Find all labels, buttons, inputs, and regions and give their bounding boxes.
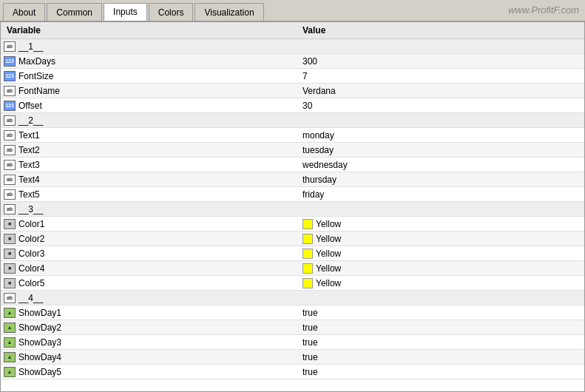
row-value-text: friday <box>302 189 324 200</box>
table-row: ab __4__ <box>1 291 584 305</box>
table-row: ■ Color2 Yellow <box>1 232 584 246</box>
row-value-text: 7 <box>302 71 308 81</box>
variable-name: ShowDay1 <box>18 308 61 318</box>
variable-name: __1__ <box>18 41 43 52</box>
row-value-text: Verdana <box>302 86 336 96</box>
row-variable: ■ Color1 <box>1 219 297 229</box>
tab-about[interactable]: About <box>3 3 45 21</box>
tab-visualization[interactable]: Visualization <box>195 3 263 21</box>
header-value: Value <box>297 25 584 36</box>
type-icon: ■ <box>4 278 16 288</box>
row-variable: 123 MaxDays <box>1 56 297 67</box>
main-content: Variable Value ab __1__ 123 MaxDays 300 … <box>0 22 585 392</box>
table-row: ■ Color4 Yellow <box>1 261 584 276</box>
type-icon: 123 <box>4 101 16 111</box>
table-row: 123 MaxDays 300 <box>1 54 584 69</box>
row-variable: ab __4__ <box>1 293 297 303</box>
variable-name: FontName <box>18 86 60 96</box>
row-variable: ab __1__ <box>1 41 297 52</box>
row-variable: ■ Color2 <box>1 234 297 244</box>
row-variable: ab Text2 <box>1 145 297 155</box>
color-value: Yellow <box>316 219 341 229</box>
row-value-text: true <box>302 322 318 333</box>
row-value: friday <box>297 189 584 200</box>
row-value: 300 <box>297 56 584 67</box>
table-row: ab Text2 tuesday <box>1 143 584 158</box>
row-variable: ■ Color3 <box>1 249 297 259</box>
color-value: Yellow <box>316 263 341 274</box>
variable-name: ShowDay3 <box>18 337 61 348</box>
variable-name: __2__ <box>18 115 43 126</box>
table-row: ab __3__ <box>1 202 584 217</box>
row-variable: ab Text5 <box>1 189 297 200</box>
row-variable: ab Text1 <box>1 130 297 141</box>
type-icon: ab <box>4 189 16 200</box>
row-value-text: 300 <box>302 56 317 67</box>
row-value-text: true <box>302 337 318 348</box>
row-value-text: tuesday <box>302 145 334 155</box>
type-icon: ■ <box>4 219 16 229</box>
row-value-text: true <box>302 352 318 362</box>
type-icon: ▲ <box>4 322 16 333</box>
table-row: ▲ ShowDay2 true <box>1 320 584 335</box>
table-row: ▲ ShowDay1 true <box>1 305 584 320</box>
type-icon: ▲ <box>4 352 16 362</box>
tab-common[interactable]: Common <box>47 3 102 21</box>
header-variable: Variable <box>1 25 297 36</box>
row-value: wednesday <box>297 160 584 170</box>
row-value: tuesday <box>297 145 584 155</box>
table-row: 123 FontSize 7 <box>1 69 584 84</box>
row-variable: ab Text4 <box>1 175 297 185</box>
row-value: true <box>297 337 584 348</box>
row-variable: ab Text3 <box>1 160 297 170</box>
table-row: ■ Color1 Yellow <box>1 217 584 232</box>
color-swatch <box>302 234 313 244</box>
row-value-text: wednesday <box>302 160 348 170</box>
type-icon: ab <box>4 204 16 214</box>
row-value: true <box>297 367 584 377</box>
color-swatch <box>302 249 313 259</box>
type-icon: ■ <box>4 234 16 244</box>
tab-colors[interactable]: Colors <box>149 3 194 21</box>
variable-name: Text5 <box>18 189 40 200</box>
row-value-text: true <box>302 367 318 377</box>
row-value-text: monday <box>302 130 334 141</box>
type-icon: ab <box>4 130 16 141</box>
table-row: ab __2__ <box>1 113 584 128</box>
row-value: Yellow <box>297 219 584 229</box>
row-value: Verdana <box>297 86 584 96</box>
type-icon: ▲ <box>4 337 16 348</box>
row-value: Yellow <box>297 234 584 244</box>
type-icon: ab <box>4 86 16 96</box>
type-icon: ab <box>4 41 16 52</box>
row-variable: ▲ ShowDay1 <box>1 308 297 318</box>
variable-name: Text1 <box>18 130 40 141</box>
row-value-text: 30 <box>302 101 312 111</box>
variable-name: ShowDay5 <box>18 367 61 377</box>
table-header: Variable Value <box>1 22 584 39</box>
type-icon: 123 <box>4 71 16 81</box>
row-value: true <box>297 352 584 362</box>
row-value: true <box>297 308 584 318</box>
type-icon: ■ <box>4 249 16 259</box>
type-icon: ab <box>4 160 16 170</box>
row-variable: 123 FontSize <box>1 71 297 81</box>
type-icon: 123 <box>4 56 16 67</box>
row-value: Yellow <box>297 249 584 259</box>
row-value-text: true <box>302 308 318 318</box>
table-row: ▲ ShowDay4 true <box>1 350 584 365</box>
variable-name: Offset <box>18 101 42 111</box>
type-icon: ab <box>4 115 16 126</box>
tab-inputs[interactable]: Inputs <box>104 3 147 21</box>
table-row: 123 Offset 30 <box>1 98 584 113</box>
table-body: ab __1__ 123 MaxDays 300 123 FontSize 7 … <box>1 39 584 379</box>
variable-name: Text2 <box>18 145 40 155</box>
row-value: thursday <box>297 175 584 185</box>
table-row: ■ Color3 Yellow <box>1 246 584 261</box>
table-row: ab __1__ <box>1 39 584 54</box>
type-icon: ▲ <box>4 367 16 377</box>
row-value: 7 <box>297 71 584 81</box>
variable-name: Color2 <box>18 234 44 244</box>
table-row: ▲ ShowDay5 true <box>1 365 584 379</box>
variable-name: Color1 <box>18 219 44 229</box>
